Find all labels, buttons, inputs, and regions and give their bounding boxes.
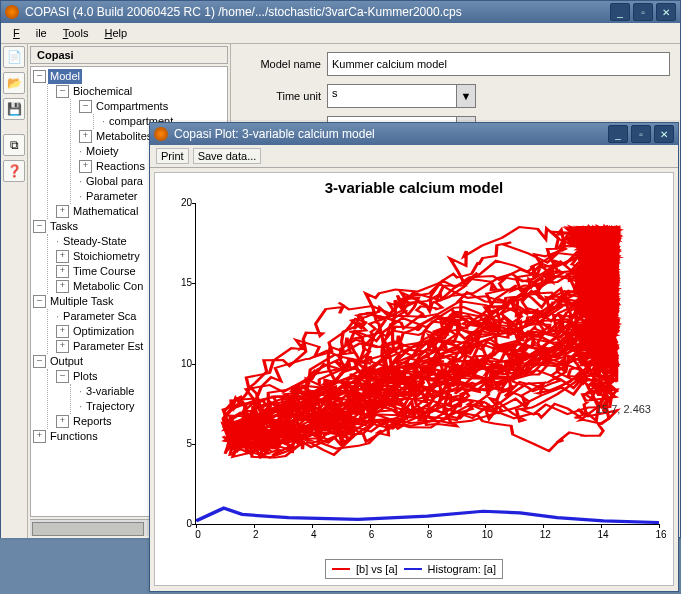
tree-node-moiety[interactable]: Moiety — [84, 144, 120, 159]
plot-axes: 15.7, 2.463 051015200246810121416 — [195, 203, 659, 525]
plot-toolbar: Print Save data... — [150, 145, 678, 168]
tree-node-model[interactable]: Model — [48, 69, 82, 84]
tree-node-reactions[interactable]: Reactions — [94, 159, 147, 174]
tree-expand-icon[interactable]: + — [79, 130, 92, 143]
time-unit-select[interactable]: s ▼ — [327, 84, 476, 108]
y-tick-label: 20 — [168, 197, 192, 208]
x-tick-label: 6 — [362, 529, 382, 540]
maximize-button[interactable]: ▫ — [631, 125, 651, 143]
tree-node-output[interactable]: Output — [48, 354, 85, 369]
plot-canvas[interactable]: 3-variable calcium model 15.7, 2.463 051… — [154, 172, 674, 586]
tree-leaf-icon: · — [79, 189, 82, 204]
tree-node-trajectory[interactable]: Trajectory — [84, 399, 137, 414]
tree-leaf-icon: · — [79, 399, 82, 414]
tree-header: Copasi — [30, 46, 228, 64]
tree-node-biochemical[interactable]: Biochemical — [71, 84, 134, 99]
cursor-readout: 15.7, 2.463 — [596, 403, 651, 415]
main-titlebar[interactable]: COPASI (4.0 Build 20060425 RC 1) /home/.… — [1, 1, 680, 23]
time-unit-value: s — [327, 84, 456, 108]
tree-node-stoich[interactable]: Stoichiometry — [71, 249, 142, 264]
close-button[interactable]: ✕ — [656, 3, 676, 21]
tree-collapse-icon[interactable]: – — [33, 355, 46, 368]
tree-expand-icon[interactable]: + — [56, 340, 69, 353]
chevron-down-icon[interactable]: ▼ — [456, 84, 476, 108]
legend-label-2: Histogram: [a] — [428, 563, 496, 575]
tree-node-compartments[interactable]: Compartments — [94, 99, 170, 114]
scrollbar-thumb[interactable] — [32, 522, 144, 536]
x-tick-label: 2 — [246, 529, 266, 540]
save-icon[interactable]: 💾 — [3, 98, 25, 120]
tree-node-global-params[interactable]: Global para — [84, 174, 145, 189]
tree-node-timecourse[interactable]: Time Course — [71, 264, 138, 279]
x-tick-label: 12 — [535, 529, 555, 540]
tree-expand-icon[interactable]: + — [56, 250, 69, 263]
tree-collapse-icon[interactable]: – — [33, 220, 46, 233]
open-icon[interactable]: 📂 — [3, 72, 25, 94]
tree-leaf-icon: · — [56, 234, 59, 249]
menu-help[interactable]: Help — [96, 25, 135, 41]
time-unit-label: Time unit — [241, 90, 321, 102]
new-icon[interactable]: 📄 — [3, 46, 25, 68]
plot-titlebar[interactable]: Copasi Plot: 3-variable calcium model _ … — [150, 123, 678, 145]
tree-expand-icon[interactable]: + — [56, 265, 69, 278]
menu-file[interactable]: File — [5, 25, 55, 41]
app-icon — [5, 5, 19, 19]
model-name-label: Model name — [241, 58, 321, 70]
maximize-button[interactable]: ▫ — [633, 3, 653, 21]
legend-swatch-red — [332, 568, 350, 570]
menubar: File Tools Help — [1, 23, 680, 44]
save-data-button[interactable]: Save data... — [193, 148, 262, 164]
tree-leaf-icon: · — [79, 144, 82, 159]
minimize-button[interactable]: _ — [610, 3, 630, 21]
model-name-input[interactable] — [327, 52, 670, 76]
y-tick-label: 15 — [168, 277, 192, 288]
plot-legend: [b] vs [a] Histogram: [a] — [325, 559, 503, 579]
tree-node-functions[interactable]: Functions — [48, 429, 100, 444]
x-tick-label: 16 — [651, 529, 671, 540]
menu-tools[interactable]: Tools — [55, 25, 97, 41]
tree-collapse-icon[interactable]: – — [56, 85, 69, 98]
tree-expand-icon[interactable]: + — [56, 415, 69, 428]
tree-node-opt[interactable]: Optimization — [71, 324, 136, 339]
legend-label-1: [b] vs [a] — [356, 563, 398, 575]
plot-title: 3-variable calcium model — [155, 173, 673, 198]
series-histogram-a — [196, 492, 659, 524]
close-button[interactable]: ✕ — [654, 125, 674, 143]
plot-window-title: Copasi Plot: 3-variable calcium model — [174, 127, 605, 141]
help-cursor-icon[interactable]: ❓ — [3, 160, 25, 182]
tree-node-mca[interactable]: Metabolic Con — [71, 279, 145, 294]
tree-node-plots[interactable]: Plots — [71, 369, 99, 384]
tree-leaf-icon: · — [79, 174, 82, 189]
print-button[interactable]: Print — [156, 148, 189, 164]
y-tick-label: 5 — [168, 438, 192, 449]
tree-node-metabolites[interactable]: Metabolites — [94, 129, 154, 144]
x-tick-label: 10 — [477, 529, 497, 540]
tree-collapse-icon[interactable]: – — [56, 370, 69, 383]
tree-expand-icon[interactable]: + — [79, 160, 92, 173]
tree-leaf-icon: · — [79, 384, 82, 399]
tree-expand-icon[interactable]: + — [33, 430, 46, 443]
tree-node-3variable[interactable]: 3-variable — [84, 384, 136, 399]
tree-expand-icon[interactable]: + — [56, 280, 69, 293]
tree-node-parameter[interactable]: Parameter — [84, 189, 139, 204]
tree-node-pest[interactable]: Parameter Est — [71, 339, 145, 354]
tree-node-mathematical[interactable]: Mathematical — [71, 204, 140, 219]
run-icon[interactable]: ⧉ — [3, 134, 25, 156]
left-toolbar: 📄 📂 💾 ⧉ ❓ — [1, 44, 28, 538]
y-tick-label: 10 — [168, 358, 192, 369]
tree-leaf-icon: · — [102, 114, 105, 129]
tree-collapse-icon[interactable]: – — [79, 100, 92, 113]
tree-collapse-icon[interactable]: – — [33, 295, 46, 308]
minimize-button[interactable]: _ — [608, 125, 628, 143]
tree-expand-icon[interactable]: + — [56, 205, 69, 218]
x-tick-label: 14 — [593, 529, 613, 540]
tree-node-multitask[interactable]: Multiple Task — [48, 294, 115, 309]
tree-expand-icon[interactable]: + — [56, 325, 69, 338]
tree-collapse-icon[interactable]: – — [33, 70, 46, 83]
tree-leaf-icon: · — [56, 309, 59, 324]
tree-node-steady[interactable]: Steady-State — [61, 234, 129, 249]
tree-node-tasks[interactable]: Tasks — [48, 219, 80, 234]
tree-node-pscan[interactable]: Parameter Sca — [61, 309, 138, 324]
legend-swatch-blue — [404, 568, 422, 570]
tree-node-reports[interactable]: Reports — [71, 414, 114, 429]
